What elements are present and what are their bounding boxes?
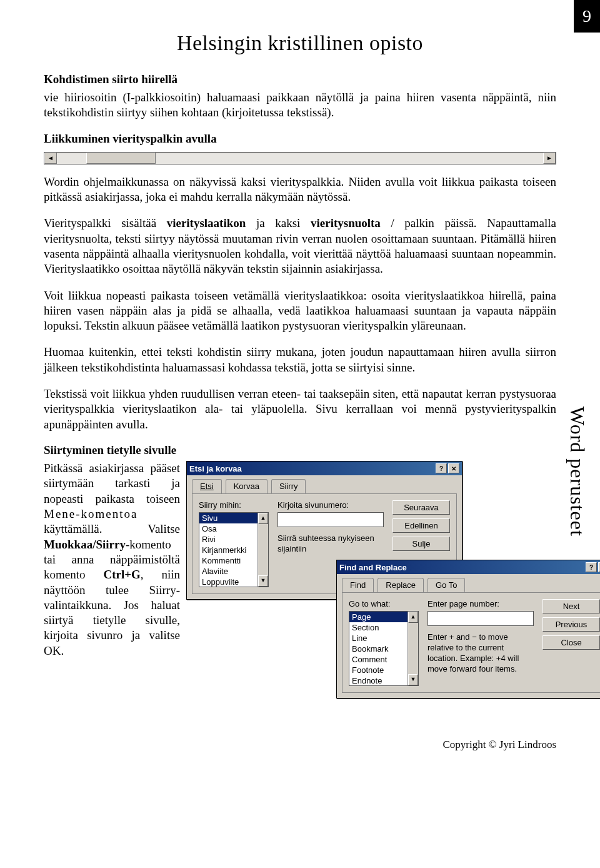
term-ctrl-g: Ctrl+G <box>103 568 140 581</box>
copyright: Copyright © Jyri Lindroos <box>44 739 556 751</box>
para-3: Vierityspalkki sisältää vierityslaatikon… <box>44 216 556 276</box>
help-icon[interactable]: ? <box>436 463 447 473</box>
header: Helsingin kristillinen opisto <box>44 31 556 55</box>
label-page-number: Kirjoita sivunumero: <box>278 500 384 510</box>
label-goto-what: Go to what: <box>349 599 419 608</box>
tabs: Find Replace Go To <box>337 574 600 592</box>
para-2: Wordin ohjelmaikkunassa on näkyvissä kak… <box>44 174 556 205</box>
tab-replace[interactable]: Replace <box>378 578 424 592</box>
tab-korvaa[interactable]: Korvaa <box>226 479 268 493</box>
scroll-left-icon[interactable]: ◄ <box>44 153 57 164</box>
page-number-input[interactable] <box>278 512 384 527</box>
term-mene: Mene-komentoa <box>44 507 138 520</box>
hint-text: Siirrä suhteessa nykyiseen sijaintiin <box>278 533 384 555</box>
hint-text: Enter + and − to move relative to the cu… <box>428 632 534 675</box>
titlebar[interactable]: Find and Replace ? ✕ <box>337 560 600 574</box>
dialog-title: Find and Replace <box>339 563 407 572</box>
goto-text: Pitkässä asiakirjassa pääset siirtymään … <box>44 461 180 659</box>
close-icon[interactable]: ✕ <box>448 463 459 473</box>
list-scrollbar[interactable]: ▲▼ <box>258 513 268 587</box>
dialog-area: Etsi ja korvaa ? ✕ Etsi Korvaa Siirry Si… <box>186 461 556 724</box>
para-5: Huomaa kuitenkin, ettei teksti kohdistin… <box>44 345 556 375</box>
para-1: vie hiiriosoitin (I-palkkiosoitin) halua… <box>44 90 556 121</box>
para-4: Voit liikkua nopeasti paikasta toiseen v… <box>44 288 556 334</box>
page-title: Helsingin kristillinen opisto <box>177 31 423 55</box>
page-number: 9 <box>574 0 600 33</box>
text: käyttämällä. Valitse <box>44 522 180 535</box>
dialog-title: Etsi ja korvaa <box>189 464 242 473</box>
next-button[interactable]: Seuraava <box>392 500 450 515</box>
tab-goto[interactable]: Go To <box>428 578 465 592</box>
tab-find[interactable]: Find <box>342 578 374 592</box>
page-number-input[interactable] <box>428 611 534 626</box>
page: 9 Helsingin kristillinen opisto Kohdisti… <box>0 0 600 770</box>
label-enter-page: Enter page number: <box>428 599 534 608</box>
term-scrollbox: vierityslaatikon <box>167 216 246 230</box>
previous-button[interactable]: Edellinen <box>392 518 450 533</box>
text: Vierityspalkki sisältää <box>44 216 167 230</box>
tab-panel: Go to what: Page Section Line Bookmark C… <box>342 592 600 693</box>
para-6: Tekstissä voit liikkua yhden ruudullisen… <box>44 386 556 432</box>
previous-button[interactable]: Previous <box>542 617 600 632</box>
heading-cursor-move: Kohdistimen siirto hiirellä <box>44 73 556 86</box>
close-button[interactable]: Sulje <box>392 537 450 551</box>
goto-section: Pitkässä asiakirjassa pääset siirtymään … <box>44 461 556 724</box>
scroll-thumb[interactable] <box>86 153 156 164</box>
tab-etsi[interactable]: Etsi <box>192 479 222 493</box>
scroll-right-icon[interactable]: ► <box>543 153 556 164</box>
heading-scrollbar: Liikkuminen vierityspalkin avulla <box>44 132 556 146</box>
help-icon[interactable]: ? <box>586 562 597 572</box>
titlebar[interactable]: Etsi ja korvaa ? ✕ <box>187 462 462 475</box>
close-button[interactable]: Close <box>542 635 600 650</box>
tabs: Etsi Korvaa Siirry <box>187 475 462 493</box>
heading-goto-page: Siirtyminen tietylle sivulle <box>44 443 556 457</box>
next-button[interactable]: Next <box>542 599 600 613</box>
goto-list[interactable]: Sivu Osa Rivi Kirjanmerkki Kommentti Ala… <box>199 512 269 587</box>
list-scrollbar[interactable]: ▲▼ <box>408 612 418 685</box>
term-scrollarrows: vieritysnuolta <box>311 216 381 230</box>
term-muokkaa-siirry: Muokkaa/Siirry <box>44 538 126 551</box>
tab-siirry[interactable]: Siirry <box>271 479 306 493</box>
dialog-find-replace: Find and Replace ? ✕ Find Replace Go To … <box>336 560 600 699</box>
scroll-track[interactable] <box>57 153 543 164</box>
horizontal-scrollbar[interactable]: ◄ ► <box>44 152 556 164</box>
label-siirry-mihin: Siirry mihin: <box>199 500 269 510</box>
text: ja kaksi <box>246 216 311 230</box>
goto-list[interactable]: Page Section Line Bookmark Comment Footn… <box>349 611 419 686</box>
side-text: Word perusteet <box>566 406 589 537</box>
text: , niin näyttöön tulee Siirry-valintaikku… <box>44 568 180 657</box>
text: Pitkässä asiakirjassa pääset siirtymään … <box>44 462 180 505</box>
